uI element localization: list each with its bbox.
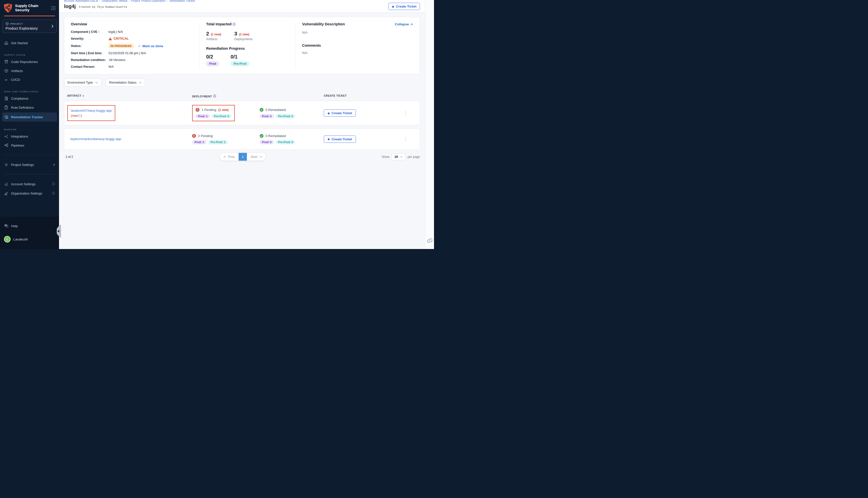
breadcrumb-separator: › xyxy=(129,0,130,2)
arrow-left-icon: ← xyxy=(223,155,226,159)
project-label: PROJECT xyxy=(10,23,23,25)
pending-count: 1 Pending xyxy=(202,108,216,112)
integrations-icon xyxy=(4,134,8,138)
overview-heading: Overview xyxy=(71,22,193,26)
created-by-text: Created by Teja Kummarikuntla xyxy=(79,5,127,9)
sidebar-item-organization-settings[interactable]: Organization Settings ⓘ xyxy=(0,189,59,198)
prod-pill: Prod: 1 xyxy=(196,114,210,118)
breadcrumb-separator: › xyxy=(167,0,168,2)
artifact-link[interactable]: tejakummarikuntla/easy-buggy-app xyxy=(70,136,121,142)
info-icon[interactable]: ⓘ xyxy=(78,114,81,117)
sidebar-item-label: Compliance xyxy=(11,97,28,101)
info-icon[interactable]: ⓘ xyxy=(233,23,236,26)
info-icon: ⓘ xyxy=(52,191,55,196)
right-rail xyxy=(425,0,434,249)
sidebar-item-integrations[interactable]: Integrations xyxy=(0,132,59,141)
section-label-supply-chain: SUPPLY CHAIN xyxy=(4,53,55,56)
column-header-artifact[interactable]: ARTIFACT ▲ xyxy=(64,94,192,97)
gear-icon xyxy=(4,163,8,167)
chat-support-icon[interactable] xyxy=(427,238,432,244)
pending-new-flag: (1 new) xyxy=(218,108,229,112)
kebab-menu-icon[interactable]: ⋮ xyxy=(391,112,420,114)
sidebar-item-compliance[interactable]: Compliance xyxy=(0,94,59,103)
environment-type-filter[interactable]: Environment Type xyxy=(64,79,102,87)
row-actions-cell: ⋮ xyxy=(391,112,420,114)
sidebar-item-label: Account Settings xyxy=(11,182,36,186)
remediation-status-filter[interactable]: Remediation Status xyxy=(106,79,145,87)
kebab-menu-icon[interactable]: ⋮ xyxy=(391,138,420,140)
sidebar-item-rule-definitions[interactable]: Rule Definitions xyxy=(0,103,59,112)
condition-value: All Versions xyxy=(109,58,125,62)
user-menu[interactable]: L Lavakush xyxy=(0,233,59,246)
org-hierarchy-gear-icon xyxy=(4,192,8,196)
breadcrumb-account-link[interactable]: Account: Automation-SSCA xyxy=(64,0,98,2)
breadcrumb-project-link[interactable]: Project: Product Exploratory xyxy=(131,0,166,2)
per-page-control: Show 20 per page xyxy=(266,153,420,160)
prod-progress-stat: 0/2 Prod xyxy=(206,54,219,66)
breadcrumb-current[interactable]: Remediation Tracker xyxy=(170,0,195,2)
collapse-link[interactable]: Collapse xyxy=(395,22,413,26)
sidebar-item-cicd[interactable]: ∞ CI/CD xyxy=(0,75,59,84)
impact-column: Total Impacted ⓘ 2(1 new) Artifacts 3(1 … xyxy=(199,22,295,68)
layers-gear-icon xyxy=(4,182,8,186)
prod-pill: Prod: 0 xyxy=(260,140,274,144)
ticket-diamond-icon: ◆ xyxy=(392,5,394,8)
pending-clock-icon xyxy=(192,134,196,138)
create-ticket-button-header[interactable]: ◆ Create Ticket xyxy=(388,3,420,10)
per-page-select[interactable]: 20 xyxy=(392,153,405,160)
sidebar-item-code-repositories[interactable]: Code Repositories xyxy=(0,57,59,66)
prev-page-button[interactable]: ← Prev xyxy=(220,153,238,161)
chevron-down-icon xyxy=(95,82,98,83)
pending-cell: 2 Pending Prod: 1 Pre-Prod: 1 xyxy=(192,134,260,144)
vulnerability-description-heading: Vulnerability Description xyxy=(302,22,345,26)
sidebar-item-project-settings[interactable]: Project Settings xyxy=(0,160,59,169)
column-header-create-ticket: CREATE TICKET xyxy=(324,94,391,97)
sidebar-bottom: ? Help L Lavakush xyxy=(0,217,59,249)
artifact-link[interactable]: lavakush07/easy-buggy-app (newⓘ) xyxy=(71,108,112,118)
total-impacted-heading: Total Impacted ⓘ xyxy=(206,22,289,27)
mark-as-done-link[interactable]: ✓ Mark as done xyxy=(138,44,163,48)
breadcrumb-org-link[interactable]: Organization: default xyxy=(102,0,127,2)
brand-header: Supply Chain Security xyxy=(0,0,59,16)
check-icon: ✓ xyxy=(138,44,141,48)
app-grid-icon[interactable] xyxy=(51,6,55,10)
vulnerability-description-value: N/A xyxy=(302,31,413,35)
sidebar-item-get-started[interactable]: Get Started xyxy=(0,38,59,48)
ticket-cell: ◆ Create Ticket xyxy=(324,135,391,143)
help-chat-icon: ? xyxy=(4,224,8,228)
preprod-pill: Pre-Prod xyxy=(231,61,249,66)
severity-value: CRITICAL xyxy=(108,37,129,40)
pagination-total: 2 of 2 xyxy=(64,155,220,159)
sidebar-item-label: Help xyxy=(11,224,18,228)
chevron-right-icon xyxy=(53,163,55,166)
sidebar-item-artifacts[interactable]: Artifacts xyxy=(0,66,59,75)
sidebar-item-account-settings[interactable]: Account Settings ⓘ xyxy=(0,180,59,189)
sidebar-item-remediation-tracker[interactable]: Remediation Tracker xyxy=(2,113,57,121)
create-ticket-button-row[interactable]: ◆ Create Ticket xyxy=(324,135,356,143)
project-selector[interactable]: PROJECT Product Exploratory xyxy=(2,19,57,33)
pagination-controls: ← Prev 1 Next → xyxy=(220,153,265,161)
create-ticket-button-row[interactable]: ◆ Create Ticket xyxy=(324,109,356,117)
supply-chain-security-logo-icon xyxy=(3,3,13,13)
chevron-down-icon xyxy=(400,156,403,158)
time-row: Start time | End time: 01/10/2025 01:08 … xyxy=(71,51,193,55)
annotation-highlight-box: 1 Pending (1 new) Prod: 1 Pre-Prod: 0 xyxy=(192,105,235,121)
remediation-box-icon xyxy=(4,115,8,119)
next-page-button[interactable]: Next → xyxy=(247,153,266,161)
sidebar-item-pipelines[interactable]: Pipelines xyxy=(0,141,59,150)
per-page-label: per page xyxy=(407,155,420,159)
sidebar-item-label: Code Repositories xyxy=(11,60,38,64)
clipboard-check-icon xyxy=(4,105,8,109)
chevron-up-icon xyxy=(410,23,413,25)
ticket-diamond-icon: ◆ xyxy=(327,112,330,115)
show-label: Show xyxy=(381,155,389,159)
chevron-down-icon xyxy=(139,82,142,83)
info-icon[interactable]: ⓘ xyxy=(213,94,217,99)
sidebar-item-label: Integrations xyxy=(11,134,28,138)
sidebar-item-help[interactable]: ? Help xyxy=(0,221,59,231)
code-repository-icon xyxy=(4,60,8,64)
arrow-right-icon: → xyxy=(259,155,262,159)
ticket-diamond-icon: ◆ xyxy=(327,137,330,141)
prod-pill: Prod: 1 xyxy=(192,140,206,144)
page-number-active[interactable]: 1 xyxy=(238,153,247,161)
